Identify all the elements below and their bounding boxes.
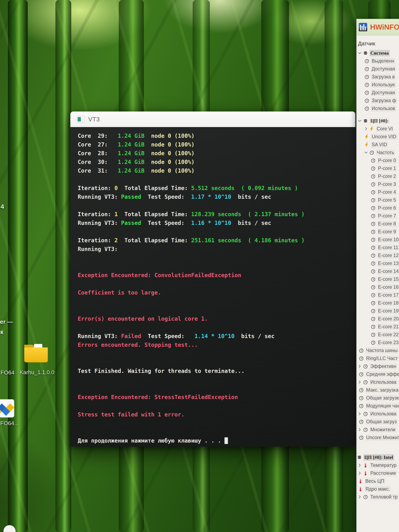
sensor-label: P-core 3 [377, 181, 397, 188]
sensor-row[interactable]: Температур [357, 461, 399, 469]
sensor-row[interactable]: P-core 7 [370, 212, 399, 220]
console-line: Exception Encountered: StressTestFailedE… [78, 393, 351, 401]
sensor-label: Core VI [376, 126, 394, 132]
sensor-row[interactable]: Ядро макс. [358, 485, 399, 493]
console-text-segment: Error(s) encountered on logical core 1. [78, 316, 208, 322]
console-line: Для продолжения нажмите любую клавишу . … [78, 436, 351, 445]
sensor-row[interactable]: Ring/LLC Част [359, 355, 399, 362]
chevron-down-icon[interactable] [357, 51, 363, 56]
chevron-right-icon[interactable] [357, 411, 363, 416]
sensor-row[interactable]: Uncore VID [364, 133, 399, 141]
sensor-row[interactable]: E-core 10 [370, 236, 399, 244]
sensor-row[interactable]: Эффективн [357, 362, 399, 370]
chevron-right-icon[interactable] [357, 364, 363, 369]
desktop-icon-label-fragment[interactable]: 4 [0, 203, 4, 210]
sensor-label: Макс. загрузка [365, 387, 399, 393]
sensor-row[interactable]: ЦП [#0]: [357, 117, 399, 125]
console-line [78, 253, 351, 262]
console-titlebar[interactable]: VT3 [70, 112, 355, 127]
sensor-row[interactable]: E-core 20 [370, 315, 399, 323]
console-line [78, 428, 351, 436]
sensor-row[interactable]: E-core 18 [370, 299, 399, 307]
sensor-row[interactable]: P-core 0 [370, 157, 399, 165]
sensor-row[interactable]: Модуляция час [359, 402, 399, 410]
sensor-row[interactable]: Доступная [364, 65, 399, 73]
sensor-row[interactable]: Частоть [363, 149, 399, 157]
console-text-segment: Core 27: [78, 141, 118, 148]
console-text-segment: Exception Encountered: StressTestFailedE… [78, 394, 238, 400]
sensor-label: Ядро макс. [365, 486, 391, 492]
desktop-icon-label-fragment[interactable]: к [0, 328, 3, 336]
console-line [78, 227, 351, 236]
chevron-right-icon[interactable] [357, 470, 363, 476]
sensor-row[interactable]: ЦП [#0]: Intel [357, 453, 399, 461]
chevron-right-icon[interactable] [357, 427, 363, 432]
chevron-right-icon[interactable] [357, 462, 363, 468]
folder-icon[interactable] [24, 342, 49, 363]
thermometer-icon [358, 478, 363, 484]
sensor-row[interactable]: Частота шины [359, 347, 399, 355]
sensor-column-header[interactable]: Датчик [357, 36, 399, 49]
sensor-row[interactable]: E-core 14 [370, 267, 399, 275]
sensor-row[interactable]: Выделенн [364, 57, 399, 65]
desktop-icon-label-fragment[interactable]: er — [0, 318, 13, 325]
sensor-row[interactable]: E-core 23 [370, 339, 399, 347]
installer-icon[interactable] [0, 399, 15, 418]
sensor-row[interactable]: E-core 15 [370, 275, 399, 283]
sensor-row[interactable]: E-core 11 [370, 244, 399, 252]
sensor-row[interactable]: Общая загрузк [359, 394, 399, 402]
hwinfo-app-name: HWiNFO® [370, 23, 399, 31]
sensor-row[interactable]: Общая загруз [359, 418, 399, 426]
desktop-icon-label-fragment[interactable]: FO64 [0, 369, 14, 376]
sensor-row[interactable]: Uncore Множит [359, 434, 399, 442]
console-line: Error(s) encountered on logical core 1. [78, 314, 351, 323]
sensor-row[interactable]: E-core 19 [370, 307, 399, 315]
console-text-segment: bits / sec [234, 333, 274, 339]
sensor-row[interactable]: Доступная [364, 89, 399, 97]
sensor-label: E-core 18 [377, 300, 399, 306]
sensor-row[interactable]: E-core 13 [370, 260, 399, 267]
sensor-row[interactable]: Использов [364, 105, 399, 112]
console-line: Core 29: 1.24 GiB node 0 (100%) [78, 132, 351, 140]
sensor-row[interactable]: Система [357, 49, 399, 57]
sensor-row[interactable]: E-core 21 [370, 323, 399, 331]
console-line [78, 401, 351, 410]
sensor-row[interactable]: P-core 3 [370, 180, 399, 188]
sensor-row[interactable]: Загрузка ф [364, 97, 399, 105]
console-text-segment: Passed [121, 194, 141, 200]
sensor-label: E-core 10 [377, 236, 399, 243]
sensor-row[interactable]: Используе [364, 81, 399, 89]
sensor-row[interactable]: Расстояние [357, 469, 399, 477]
sensor-row[interactable]: Использова [357, 410, 399, 418]
sensor-row[interactable]: E-core 12 [370, 252, 399, 260]
sensor-row[interactable]: E-core 16 [370, 283, 399, 291]
sensor-row[interactable]: E-core 17 [370, 291, 399, 299]
desktop-icon-label-fragment[interactable]: FO64... [0, 420, 19, 426]
sensor-row[interactable]: Средняя эффе [359, 370, 399, 378]
sensor-row[interactable]: P-core 1 [370, 165, 399, 172]
sensor-label: P-core 0 [377, 157, 397, 164]
chevron-right-icon[interactable] [363, 126, 369, 131]
sensor-row[interactable]: Тепловой тр [357, 493, 399, 501]
sensor-row[interactable]: Весь ЦП [358, 477, 399, 485]
sensor-row[interactable]: P-core 4 [370, 188, 399, 196]
sensor-row[interactable]: Использова [357, 378, 399, 386]
sensor-row[interactable]: E-core 8 [370, 220, 399, 228]
desktop-icon-label[interactable]: Karhu_1.1.0.0 [16, 369, 58, 375]
sensor-row[interactable]: Макс. загрузка [359, 386, 399, 394]
sensor-row[interactable]: Множители [357, 426, 399, 434]
sensor-row[interactable]: E-core 22 [370, 331, 399, 339]
sensor-row[interactable]: Загрузка в [364, 73, 399, 81]
chevron-right-icon[interactable] [357, 494, 363, 500]
chevron-right-icon[interactable] [357, 380, 363, 385]
sensor-row[interactable]: E-core 9 [370, 228, 399, 236]
sensor-row[interactable]: Core VI [363, 125, 399, 133]
sensor-row[interactable]: P-core 5 [370, 196, 399, 204]
console-text-segment: Running VT3: [78, 333, 121, 339]
sensor-row[interactable]: P-core 6 [370, 204, 399, 212]
console-cursor: █ [225, 437, 228, 444]
chevron-down-icon[interactable] [357, 118, 363, 124]
chevron-down-icon[interactable] [363, 150, 369, 155]
sensor-row[interactable]: P-core 2 [370, 172, 399, 180]
sensor-row[interactable]: SA VID [364, 141, 399, 149]
